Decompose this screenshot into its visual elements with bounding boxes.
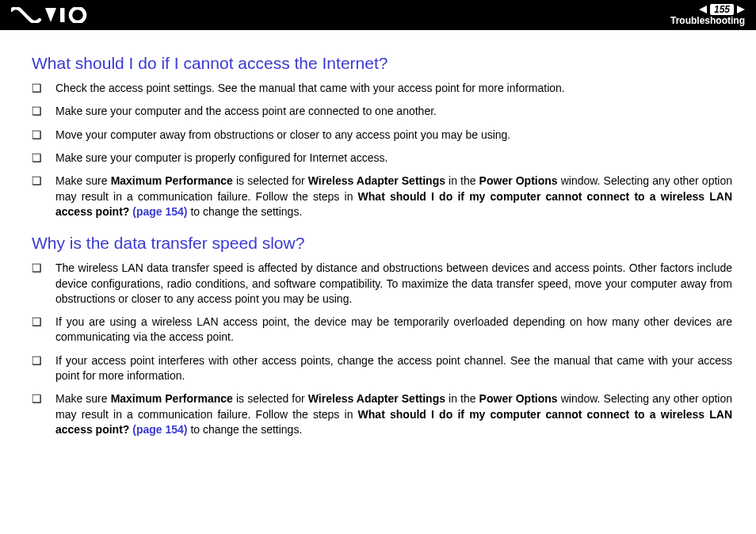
header-right: 155 Troubleshooting xyxy=(670,4,745,27)
list-item: Check the access point settings. See the… xyxy=(32,81,732,96)
bold-text: Power Options xyxy=(479,174,558,187)
list-item: The wireless LAN data transfer speed is … xyxy=(32,261,732,307)
bold-text: Wireless Adapter Settings xyxy=(308,174,445,187)
list-item: If you are using a wireless LAN access p… xyxy=(32,315,732,345)
text: Make sure xyxy=(55,174,111,187)
page-reference-link[interactable]: (page 154) xyxy=(132,205,187,218)
next-page-arrow-icon[interactable] xyxy=(737,6,745,13)
list-item: Make sure Maximum Performance is selecte… xyxy=(32,391,732,437)
svg-marker-0 xyxy=(45,8,56,22)
bold-text: Wireless Adapter Settings xyxy=(308,392,445,405)
svg-point-2 xyxy=(71,8,85,22)
question-1-heading: What should I do if I cannot access the … xyxy=(32,54,732,73)
text: is selected for xyxy=(233,174,308,187)
text: in the xyxy=(445,174,479,187)
page-number: 155 xyxy=(710,4,734,15)
bold-text: Maximum Performance xyxy=(111,392,233,405)
text: to change the settings. xyxy=(188,423,303,436)
section-label: Troubleshooting xyxy=(670,15,745,26)
vaio-logo xyxy=(11,7,87,23)
text: to change the settings. xyxy=(188,205,303,218)
question-1-list: Check the access point settings. See the… xyxy=(32,81,732,219)
question-2-list: The wireless LAN data transfer speed is … xyxy=(32,261,732,437)
bold-text: Maximum Performance xyxy=(111,174,233,187)
list-item: Make sure your computer is properly conf… xyxy=(32,151,732,166)
list-item: Make sure your computer and the access p… xyxy=(32,104,732,119)
text: Make sure xyxy=(55,392,111,405)
prev-page-arrow-icon[interactable] xyxy=(699,6,707,13)
page-header: 155 Troubleshooting xyxy=(0,0,756,30)
page-navigation: 155 xyxy=(670,4,745,15)
bold-text: Power Options xyxy=(479,392,558,405)
page-content: What should I do if I cannot access the … xyxy=(0,30,756,437)
vaio-logo-svg xyxy=(11,7,87,23)
list-item: If your access point interferes with oth… xyxy=(32,353,732,384)
list-item: Move your computer away from obstruction… xyxy=(32,128,732,143)
page-reference-link[interactable]: (page 154) xyxy=(132,423,187,436)
text: is selected for xyxy=(233,392,308,405)
question-2-heading: Why is the data transfer speed slow? xyxy=(32,234,732,253)
list-item: Make sure Maximum Performance is selecte… xyxy=(32,174,732,219)
text: in the xyxy=(445,392,479,405)
svg-rect-1 xyxy=(60,8,65,22)
